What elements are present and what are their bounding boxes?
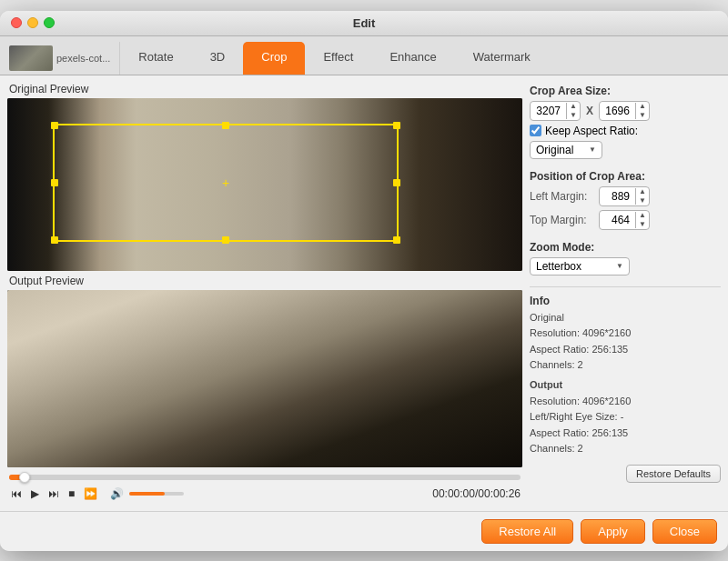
title-bar: Edit [0,11,728,36]
player-bar: ⏮ ▶ ⏭ ■ ⏩ 🔊 00:00:00/00:00:26 [7,471,522,504]
minimize-window-button[interactable] [27,17,38,28]
zoom-mode-row: Letterbox ▼ [530,257,721,275]
aspect-value: Original [536,144,573,156]
tab-crop[interactable]: Crop [243,42,305,75]
zoom-mode-dropdown-arrow: ▼ [616,262,623,270]
main-content: Original Preview + [0,75,728,511]
info-original-resolution: Resolution: 4096*2160 [530,326,721,342]
crop-handle-bottom-right[interactable] [393,236,400,244]
tab-watermark[interactable]: Watermark [455,42,549,75]
info-box: Info Original Resolution: 4096*2160 Aspe… [530,286,721,504]
progress-dot[interactable] [19,472,30,483]
crop-handle-middle-left[interactable] [51,179,58,186]
restore-all-button[interactable]: Restore All [481,519,573,544]
crop-height-spinbox[interactable]: 1696 ▲ ▼ [599,101,650,121]
zoom-mode-dropdown[interactable]: Letterbox ▼ [530,257,630,275]
info-title: Info [530,293,721,310]
crop-handle-bottom-left[interactable] [51,236,58,244]
info-output-channels: Channels: 2 [530,441,721,457]
keep-aspect-row: Keep Aspect Ratio: [530,125,721,137]
maximize-window-button[interactable] [44,17,55,28]
volume-icon[interactable]: 🔊 [108,486,126,502]
aspect-dropdown-row: Original ▼ [530,141,721,159]
top-margin-value: 464 [600,212,636,228]
crop-handle-top-left[interactable] [51,122,58,129]
output-preview-section: Output Preview [7,275,522,467]
crop-width-arrows: ▲ ▼ [567,102,580,120]
info-original-aspect: Aspect Ratio: 256:135 [530,342,721,358]
right-panel: Crop Area Size: 3207 ▲ ▼ X 1696 ▲ [530,83,721,504]
crop-handle-top-right[interactable] [393,122,400,129]
progress-bar[interactable] [9,475,521,480]
crop-size-row: 3207 ▲ ▼ X 1696 ▲ ▼ [530,101,721,121]
output-preview-label: Output Preview [7,275,522,287]
top-margin-arrows: ▲ ▼ [636,211,649,229]
crop-handle-middle-right[interactable] [393,179,400,186]
crop-height-arrows: ▲ ▼ [636,102,649,120]
info-original-title: Original [530,310,721,326]
crop-height-value: 1696 [600,103,636,119]
top-margin-row: Top Margin: 464 ▲ ▼ [530,210,721,230]
info-output-title: Output [530,377,721,394]
time-display: 00:00:00/00:00:26 [432,487,521,500]
top-margin-down[interactable]: ▼ [636,220,649,229]
info-output-eye: Left/Right Eye Size: - [530,409,721,426]
top-margin-up[interactable]: ▲ [636,211,649,220]
top-margin-spinbox[interactable]: 464 ▲ ▼ [599,210,650,230]
bottom-bar: Restore All Apply Close [0,511,728,551]
left-margin-up[interactable]: ▲ [636,187,649,196]
crop-height-up[interactable]: ▲ [636,102,649,111]
volume-fill [129,492,165,496]
zoom-mode-section: Zoom Mode: Letterbox ▼ [530,241,721,279]
skip-back-button[interactable]: ⏮ [9,486,24,502]
crop-width-down[interactable]: ▼ [567,111,580,120]
thumbnail-tab[interactable]: pexels-cot... [0,42,120,75]
original-preview-image[interactable]: + [7,98,522,271]
left-margin-down[interactable]: ▼ [636,196,649,205]
left-margin-spinbox[interactable]: 889 ▲ ▼ [599,186,650,206]
tab-bar: pexels-cot... Rotate 3D Crop Effect Enha… [0,36,728,75]
keep-aspect-label[interactable]: Keep Aspect Ratio: [545,125,638,137]
close-button[interactable]: Close [652,519,717,544]
crop-handle-top-center[interactable] [222,122,229,129]
crop-crosshair: + [222,175,229,190]
crop-overlay[interactable]: + [53,124,399,242]
aspect-dropdown[interactable]: Original ▼ [530,141,602,159]
skip-forward-button[interactable]: ⏭ [46,486,61,502]
crop-width-spinbox[interactable]: 3207 ▲ ▼ [530,101,581,121]
traffic-lights [11,17,55,28]
close-window-button[interactable] [11,17,22,28]
original-preview-label: Original Preview [7,83,522,95]
crop-height-down[interactable]: ▼ [636,111,649,120]
play-button[interactable]: ▶ [29,486,41,502]
tab-3d[interactable]: 3D [192,42,244,75]
stop-button[interactable]: ■ [66,486,76,502]
keep-aspect-checkbox[interactable] [530,125,541,136]
info-output-aspect: Aspect Ratio: 256:135 [530,426,721,442]
volume-slider[interactable] [129,492,184,496]
output-preview-image[interactable] [7,290,522,467]
crop-width-value: 3207 [531,103,567,119]
size-x-label: X [586,105,593,117]
crop-width-up[interactable]: ▲ [567,102,580,111]
position-label: Position of Crop Area: [530,170,721,183]
tab-effect[interactable]: Effect [305,42,371,75]
restore-defaults-button[interactable]: Restore Defaults [626,465,721,483]
frame-forward-button[interactable]: ⏩ [82,486,99,502]
zoom-mode-label: Zoom Mode: [530,241,721,254]
window-title: Edit [353,16,376,30]
left-margin-value: 889 [600,188,636,205]
left-margin-label: Left Margin: [530,190,593,203]
left-panel: Original Preview + [7,83,522,504]
tab-enhance[interactable]: Enhance [371,42,454,75]
crop-handle-bottom-center[interactable] [222,236,229,244]
info-original-channels: Channels: 2 [530,357,721,374]
apply-button[interactable]: Apply [581,519,645,544]
volume-area: 🔊 [108,486,184,502]
left-margin-row: Left Margin: 889 ▲ ▼ [530,186,721,206]
crop-area-size-label: Crop Area Size: [530,85,721,97]
player-controls: ⏮ ▶ ⏭ ■ ⏩ 🔊 00:00:00/00:00:26 [9,486,521,502]
zoom-mode-value: Letterbox [536,260,581,273]
tab-rotate[interactable]: Rotate [120,42,191,75]
left-margin-arrows: ▲ ▼ [636,187,649,205]
